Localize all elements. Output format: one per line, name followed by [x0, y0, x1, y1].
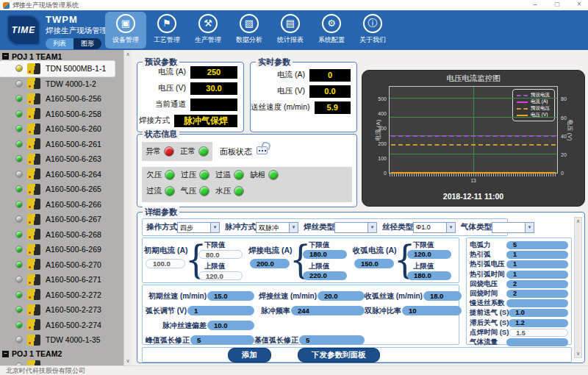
base-arc-correction-input[interactable]: 5 [299, 335, 365, 345]
device-tree-item[interactable]: A160-500-6-264 [0, 167, 123, 182]
crater-wire-speed-input[interactable]: 18.0 [423, 291, 462, 301]
crater-current-lower-limit-input[interactable]: 120.0 [407, 250, 451, 259]
pulse-wire-speed-deviation-input[interactable]: 10.0 [207, 321, 254, 330]
device-status-led [15, 171, 23, 178]
burnback-time-input[interactable]: 2 [506, 290, 568, 298]
detailed-params-scrollbar[interactable]: ∧ ∨ [574, 217, 582, 358]
graph-view-button[interactable]: 图形 [74, 38, 101, 49]
device-tree-item[interactable]: A160-500-6-271 [0, 272, 123, 288]
initial-current-upper-limit-input[interactable]: 120.0 [198, 271, 243, 280]
device-tree-item[interactable]: A160-500-2-273 [0, 302, 123, 318]
hot-arc-time-input[interactable]: 1 [506, 271, 568, 279]
initial-current-lower-limit-input[interactable]: 80.0 [198, 250, 243, 259]
lower-limit-label: 下限值 [413, 240, 454, 249]
initial-current-input[interactable]: 100.0 [146, 259, 185, 268]
nav-item-production-management[interactable]: ⚒生产管理 [187, 12, 229, 49]
pre-gas-time-input[interactable]: 1.0 [509, 309, 568, 317]
double-pulse-ratio-input[interactable]: 10 [402, 306, 462, 315]
device-tree-item[interactable]: A160-500-6-265 [0, 182, 123, 197]
device-tree-item[interactable]: A160-500-6-263 [0, 151, 123, 167]
sidebar-scrollbar[interactable]: ∧ ∨ [123, 50, 132, 365]
chevron-down-icon[interactable]: ▾ [210, 223, 219, 232]
device-tree-item[interactable]: TDW 4000-1-2 [0, 76, 123, 92]
welding-current-lower-limit-input[interactable]: 180.0 [303, 250, 347, 259]
nav-item-statistics-report[interactable]: ▤统计报表 [270, 12, 311, 49]
device-tree-item[interactable]: A160-500-6-261 [0, 137, 123, 152]
chevron-down-icon[interactable]: ▾ [525, 223, 534, 232]
crater-current-input[interactable]: 150.0 [354, 259, 394, 268]
welding-current-upper-limit-input[interactable]: 220.0 [303, 271, 347, 280]
scroll-down-icon[interactable]: ∨ [575, 351, 581, 357]
device-tree-item[interactable]: TDN 5000MB-1-1 [0, 61, 115, 76]
pulse-mode-dropdown[interactable]: 双脉冲▾ [256, 222, 298, 233]
arc-length-adjust-input[interactable]: 1 [187, 306, 254, 315]
device-tree-item[interactable]: A160-500-2-274 [0, 318, 123, 333]
device-tree-item[interactable]: A160-500-6-267 [0, 212, 123, 227]
gas-flow-label: 气体流量 [470, 338, 498, 347]
slow-feed-coefficient-label: 慢送丝系数 [470, 299, 505, 308]
gas-type-dropdown[interactable]: ▾ [492, 222, 534, 233]
alarm-label: 气压 [181, 186, 196, 196]
scroll-up-icon[interactable]: ∧ [575, 218, 581, 224]
device-tree-item[interactable]: A160-500-2-272 [0, 288, 123, 303]
welding-wire-speed-input[interactable]: 20.0 [318, 291, 365, 301]
device-tree-item[interactable]: A160-500-6-266 [0, 197, 123, 213]
operation-mode-dropdown[interactable]: 四步▾ [177, 222, 220, 233]
tree-group-header[interactable]: −POJ 1 TEAM2 [0, 349, 123, 359]
hot-arc-start-input[interactable]: 1 [506, 251, 568, 259]
device-tree-item[interactable]: A160-500-6-268 [0, 227, 123, 243]
device-tree-item[interactable]: A160-500-6-256 [0, 91, 123, 107]
gas-flow-input[interactable] [506, 338, 568, 346]
param-label: 当前通道 [155, 99, 186, 110]
post-gas-time-input[interactable]: 1.2 [509, 319, 568, 327]
crater-current-upper-limit-input[interactable]: 180.0 [407, 271, 451, 280]
list-view-button[interactable]: 列表 [46, 38, 74, 49]
nav-item-about-us[interactable]: ⓘ关于我们 [352, 12, 393, 49]
lower-limit-label: 下限值 [309, 240, 350, 249]
tree-group-header[interactable]: −POJ 1 TEAM1 [0, 51, 123, 61]
slow-feed-coefficient-input[interactable] [506, 299, 568, 307]
minimize-button[interactable]: – [529, 0, 541, 8]
hot-arc-start-label: 热引弧 [470, 250, 491, 260]
operation-mode-field: 操作方式四步▾ [146, 222, 220, 233]
spot-weld-time-input[interactable]: 1.5 [509, 329, 568, 337]
burnback-voltage-input[interactable]: 2 [506, 280, 568, 288]
param-value-display: 脉冲气保焊 [174, 115, 237, 127]
chevron-down-icon[interactable]: ▾ [368, 223, 376, 232]
initial-wire-speed-input[interactable]: 15.0 [207, 291, 254, 301]
crater-current-label: 收弧电流 (A) [353, 246, 397, 256]
chevron-down-icon[interactable]: ▾ [289, 223, 298, 232]
device-tree-item[interactable] [0, 359, 123, 366]
device-tree-item[interactable]: TDW 4000-1-35 [0, 332, 123, 348]
device-tree-item[interactable]: A160-500-6-269 [0, 242, 123, 257]
collapse-icon[interactable]: − [2, 351, 9, 357]
chevron-down-icon[interactable]: ▾ [446, 223, 455, 232]
nav-item-system-config[interactable]: ⚙系统配置 [311, 12, 352, 49]
device-tree-item[interactable]: A160-500-6-270 [0, 257, 123, 273]
collapse-icon[interactable]: − [2, 53, 9, 60]
nav-item-device-management[interactable]: ▣设备管理 [105, 12, 146, 49]
close-button[interactable]: × [573, 0, 585, 8]
legend-swatch [517, 108, 528, 110]
arc-force-input[interactable]: 5 [506, 241, 568, 249]
nav-item-process-management[interactable]: ⚑工艺管理 [146, 12, 187, 49]
scroll-down-icon[interactable]: ∨ [124, 358, 132, 364]
alarm-indicator: 气压 [181, 186, 209, 196]
nav-item-data-analysis[interactable]: ▧数据分析 [229, 12, 270, 49]
send-params-to-panel-button[interactable]: 下发参数到面板 [298, 348, 380, 362]
peak-arc-correction-input[interactable]: 5 [190, 335, 254, 345]
maximize-button[interactable]: □ [551, 0, 563, 8]
alarm-indicator: 过压 [181, 170, 209, 180]
alarm-label: 过压 [181, 170, 196, 180]
speed-param-row: 初期丝速 (m/min)15.0焊接丝速 (m/min)20.0收弧丝速 (m/… [146, 289, 456, 303]
add-button[interactable]: 添加 [228, 348, 271, 362]
wire-diameter-dropdown[interactable]: Φ1.0▾ [413, 222, 456, 233]
param-row: 电流 (A)0 [251, 68, 351, 82]
welding-current-input[interactable]: 200.0 [250, 259, 290, 268]
pulse-frequency-input[interactable]: 244 [291, 306, 365, 315]
device-tree-item[interactable]: A160-500-6-260 [0, 121, 123, 137]
wire-type-dropdown[interactable]: ▾ [334, 222, 377, 233]
hot-arc-voltage-input[interactable]: 1 [506, 260, 568, 268]
device-tree-item[interactable]: A160-500-6-258 [0, 107, 123, 122]
scroll-up-icon[interactable]: ∧ [124, 51, 132, 57]
